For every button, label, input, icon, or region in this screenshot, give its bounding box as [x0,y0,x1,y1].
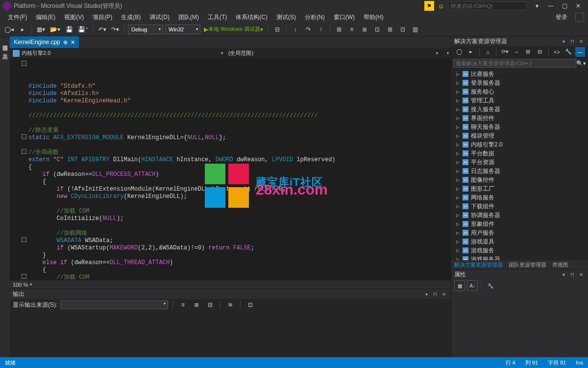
menu-item[interactable]: 分析(N) [301,12,329,23]
step-out-button[interactable]: ↑ [316,24,326,35]
caret-icon[interactable]: ▷ [456,81,461,85]
tree-item[interactable]: ▷++聊天服务器 [451,123,588,131]
tree-item[interactable]: ▷++协调服务器 [451,211,588,220]
se-fwd-button[interactable]: ▸ [466,47,476,57]
minimize-button[interactable]: — [544,1,558,11]
pane-tab[interactable]: 类视图 [549,260,571,269]
menu-item[interactable]: 测试(S) [272,12,300,23]
nav-extra-button[interactable] [441,48,451,58]
tree-item[interactable]: ▷++服务核心 [451,87,588,96]
se-showall-button[interactable]: ⊞ [523,47,533,57]
caret-icon[interactable]: ▷ [456,151,461,156]
menu-item[interactable]: 视图(V) [60,12,88,23]
tree-item[interactable]: ▷++登录服务器 [451,78,588,87]
quick-launch-input[interactable] [448,1,526,10]
zoom-level[interactable]: 100 % [13,282,28,288]
caret-icon[interactable]: ▷ [456,248,461,253]
code-body[interactable]: 藏宝库iT社区 28xin.com #include "Stdafx.h"#in… [28,59,451,280]
se-preview-button[interactable]: — [575,47,585,57]
code-editor[interactable]: ----- 藏宝库iT社区 28xin.com [10,59,451,280]
toolbar-btn-1[interactable]: ⊞ [334,24,344,35]
caret-icon[interactable]: ▷ [456,125,461,129]
tree-item[interactable]: ▷++内核引擎2.0 [451,140,588,149]
props-categorize-button[interactable]: ▦ [454,280,465,291]
undo-button[interactable]: ↶▾ [97,24,108,35]
tree-item[interactable]: ▷++平台资源 [451,158,588,167]
fold-toggle[interactable]: - [22,61,26,66]
caret-icon[interactable]: ▷ [456,143,461,147]
caret-icon[interactable]: ▷ [456,196,461,200]
caret-icon[interactable]: ▷ [456,213,461,218]
pin-icon[interactable]: ⊕ [63,39,68,46]
fold-toggle[interactable]: - [22,237,26,242]
toolbar-btn-7[interactable]: ▥ [410,24,421,35]
se-refresh-button[interactable]: ⟳▾ [500,47,510,57]
toolbar-btn-a[interactable]: ⊟ [272,24,283,35]
menu-item[interactable]: 工具(T) [204,12,231,23]
panel-close-icon[interactable]: ✕ [440,290,448,298]
menu-item[interactable]: 项目(P) [89,12,116,23]
caret-icon[interactable]: ▷ [456,169,461,173]
tree-item[interactable]: ▷++日志服务器 [451,167,588,175]
se-collapse-button[interactable]: ⊟ [535,47,545,57]
props-close-icon[interactable]: ✕ [577,270,585,278]
toolbar-btn-4[interactable]: ⊡ [372,24,383,35]
solution-search-input[interactable] [453,59,576,68]
pane-tab[interactable]: 解决方案资源管理器 [451,260,506,269]
tree-item[interactable]: ▷++管理工具 [451,96,588,105]
fold-toggle[interactable]: - [22,134,26,139]
close-button[interactable]: ✕ [571,1,585,11]
document-tab[interactable]: KernelEngine.cpp ⊕ ✕ [10,36,79,48]
caret-icon[interactable]: ▷ [456,222,461,226]
output-btn-4[interactable]: ≋ [225,299,236,310]
maximize-button[interactable]: ▢ [558,1,571,11]
step-over-button[interactable]: ↷ [303,24,314,35]
tree-item[interactable]: ▷++下载组件 [451,202,588,211]
caret-icon[interactable]: ▷ [456,98,461,103]
menu-item[interactable]: 体系结构(C) [232,12,271,23]
menu-item[interactable]: 窗口(W) [330,12,359,23]
tree-item[interactable]: ▷++用户服务 [451,228,588,237]
save-all-button[interactable]: 💾⁺ [76,24,90,35]
start-debug-button[interactable]: ▶ 本地 Windows 调试器 ▾ [202,24,265,35]
output-btn-5[interactable]: ⊡ [245,299,256,310]
output-btn-2[interactable]: ≣ [191,299,202,310]
tree-item[interactable]: ▷++游戏服务 [451,246,588,255]
fold-toggle[interactable]: - [22,274,26,279]
window-dropdown-icon[interactable]: ▾ [530,1,544,11]
caret-icon[interactable]: ▷ [456,204,461,209]
output-body[interactable] [10,311,451,357]
caret-icon[interactable]: ▷ [456,116,461,121]
redo-button[interactable]: ↷▾ [110,24,121,35]
caret-icon[interactable]: ▷ [456,187,461,191]
se-dropdown-icon[interactable]: ▾ [560,37,567,45]
properties-body[interactable] [451,292,588,357]
tree-item[interactable]: ▷++接入服务器 [451,105,588,114]
menu-item[interactable]: 编辑(E) [32,12,59,23]
config-select[interactable]: Debug [128,25,163,34]
solution-tree[interactable]: ▷++比赛服务▷++登录服务器▷++服务核心▷++管理工具▷++接入服务器▷++… [451,69,588,260]
close-tab-icon[interactable]: ✕ [71,39,75,46]
props-dropdown-icon[interactable]: ▾ [560,270,567,278]
props-wrench-icon[interactable]: 🔧 [485,280,496,291]
nav-back-button[interactable]: ◯◂ [3,24,15,35]
tree-item[interactable]: ▷++游戏道具 [451,237,588,246]
avatar-icon[interactable] [575,13,584,22]
tree-item[interactable]: ▷++界面控件 [451,114,588,123]
toolbar-btn-2[interactable]: ≡ [346,24,357,35]
se-close-icon[interactable]: ✕ [577,37,585,45]
caret-icon[interactable]: ▷ [456,240,461,244]
caret-icon[interactable]: ▷ [456,178,461,182]
menu-item[interactable]: 团队(M) [174,12,203,23]
nav-fwd-button[interactable]: ▸ [17,24,28,35]
panel-dropdown-icon[interactable]: ▾ [422,290,430,298]
tree-item[interactable]: ▷++平台数据 [451,149,588,158]
toolbar-btn-3[interactable]: ≣ [359,24,370,35]
output-source-select[interactable] [60,300,168,309]
caret-icon[interactable]: ▷ [456,90,461,94]
tree-item[interactable]: ▷++形象组件 [451,220,588,228]
caret-icon[interactable]: ▷ [456,160,461,165]
tree-item[interactable]: ▷++图形工厂 [451,184,588,193]
step-into-button[interactable]: ↓ [290,24,301,35]
menu-item[interactable]: 调试(D) [146,12,173,23]
